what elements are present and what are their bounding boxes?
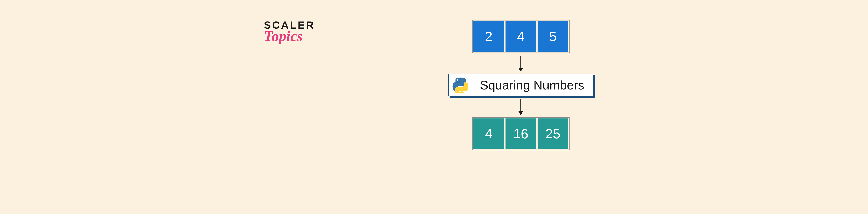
operation-label: Squaring Numbers <box>471 74 593 96</box>
input-number-cell: 5 <box>537 21 569 52</box>
input-number-cell: 4 <box>505 21 537 52</box>
arrow-down-icon <box>521 99 521 115</box>
output-number-cell: 25 <box>537 118 569 150</box>
brand-logo: SCALER Topics <box>264 19 315 44</box>
output-array: 4 16 25 <box>472 117 569 150</box>
output-number-cell: 16 <box>505 118 537 150</box>
output-number-cell: 4 <box>472 118 505 150</box>
operation-box: Squaring Numbers <box>448 74 593 97</box>
arrow-down-icon <box>521 56 521 71</box>
python-icon <box>449 74 471 96</box>
input-number-cell: 2 <box>472 21 505 52</box>
input-array: 2 4 5 <box>472 20 569 53</box>
squaring-diagram: 2 4 5 Squaring Numbers 4 16 25 <box>448 20 593 150</box>
